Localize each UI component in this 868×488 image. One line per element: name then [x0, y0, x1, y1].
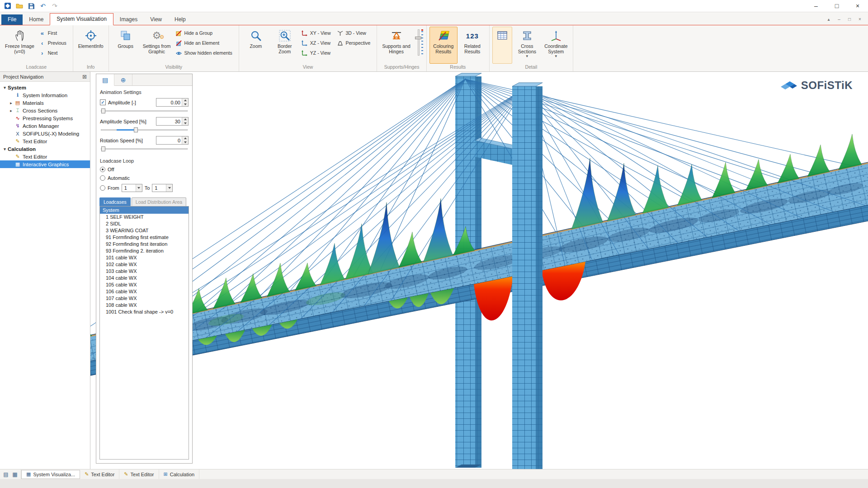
- spinner-up-icon[interactable]: [182, 117, 188, 122]
- loadcase-item-91-formfinding-first-estimate[interactable]: 91 Formfinding first estimate: [100, 234, 189, 241]
- hide-element-button[interactable]: Hide an Element: [174, 38, 236, 47]
- tree-item-system[interactable]: ▾System: [0, 84, 90, 91]
- viewport-3d[interactable]: SOFiSTiK: [90, 72, 868, 469]
- loadcase-item-103-cable-wx[interactable]: 103 cable WX: [100, 268, 189, 275]
- statusbar-tab-calculation[interactable]: ⊞Calculation: [159, 469, 200, 479]
- collapse-ribbon-icon[interactable]: ▴: [824, 15, 833, 23]
- settings-from-graphic-button[interactable]: ⚙⚙ Settings fromGraphic: [141, 27, 173, 64]
- tree-expander-icon[interactable]: ▸: [8, 101, 14, 105]
- mdi-restore-icon[interactable]: □: [845, 15, 854, 23]
- tree-item-action-manager[interactable]: ↯Action Manager: [0, 122, 90, 130]
- xz-view-button[interactable]: XZ - View: [300, 38, 335, 47]
- loadcase-item-104-cable-wx[interactable]: 104 cable WX: [100, 275, 189, 282]
- spinner-up-icon[interactable]: [182, 136, 188, 141]
- loadcase-item-105-cable-wx[interactable]: 105 cable WX: [100, 282, 189, 288]
- panel-close-icon[interactable]: ⊠: [82, 74, 87, 80]
- colouring-results-button[interactable]: ColouringResults: [429, 27, 458, 64]
- loadcase-item-107-cable-wx[interactable]: 107 cable WX: [100, 295, 189, 302]
- loadcase-item-1-self-weight[interactable]: 1 SELF WEIGHT: [100, 214, 189, 221]
- first-button[interactable]: «First: [38, 28, 70, 38]
- zoom-button[interactable]: Zoom: [242, 27, 270, 64]
- loadcase-item-101-cable-wx[interactable]: 101 cable WX: [100, 254, 189, 261]
- loadcase-item-108-cable-wx[interactable]: 108 cable WX: [100, 302, 189, 309]
- redo-icon[interactable]: ↷: [50, 1, 60, 10]
- loop-to-select[interactable]: 1: [152, 184, 173, 192]
- perspective-button[interactable]: Perspective: [335, 38, 374, 47]
- result-table-button[interactable]: [492, 27, 512, 64]
- statusbar-tab-text-editor[interactable]: ✎Text Editor: [80, 469, 119, 479]
- tab-view[interactable]: View: [144, 14, 168, 25]
- loadcase-item-92-formfinding-first-iteration[interactable]: 92 Formfinding first iteration: [100, 241, 189, 248]
- spinner-down-icon[interactable]: [182, 103, 188, 107]
- rotation-speed-slider[interactable]: [101, 146, 188, 152]
- mdi-minimize-icon[interactable]: –: [835, 15, 844, 23]
- tree-expander-icon[interactable]: ▾: [2, 147, 8, 151]
- window-layout-icon[interactable]: ▤: [1, 471, 10, 478]
- table-view-icon[interactable]: ▦: [10, 471, 19, 478]
- yz-view-button[interactable]: YZ - View: [300, 48, 335, 57]
- maximize-button[interactable]: □: [826, 0, 847, 12]
- save-icon[interactable]: [26, 1, 36, 10]
- tree-expander-icon[interactable]: ▾: [2, 85, 8, 90]
- tree-item-text-editor[interactable]: ✎Text Editor: [0, 137, 90, 145]
- coordinate-system-button[interactable]: CoordinateSystem▾: [542, 27, 570, 64]
- close-button[interactable]: ×: [847, 0, 868, 12]
- spinner-up-icon[interactable]: [182, 99, 188, 103]
- tab-home[interactable]: Home: [23, 14, 50, 25]
- tree-item-text-editor[interactable]: ✎Text Editor: [0, 153, 90, 160]
- loadcase-item-93-formfinding-2-iteration[interactable]: 93 Formfinding 2. iteration: [100, 248, 189, 254]
- tree-item-cross-sections[interactable]: ▸⌶Cross Sections: [0, 107, 90, 114]
- tab-help[interactable]: Help: [168, 14, 192, 25]
- mdi-close-icon[interactable]: ×: [855, 15, 864, 23]
- tree-expander-icon[interactable]: ▸: [8, 108, 14, 113]
- amplitude-speed-spinner[interactable]: 30: [156, 117, 189, 126]
- tree-item-calculation[interactable]: ▾Calculation: [0, 145, 90, 153]
- freeze-image-button[interactable]: Freeze Image(v=0): [3, 27, 37, 64]
- tab-file[interactable]: File: [1, 14, 23, 25]
- tree-item-materials[interactable]: ▸▤Materials: [0, 99, 90, 107]
- open-icon[interactable]: [14, 1, 24, 10]
- next-button[interactable]: ›Next: [38, 48, 70, 57]
- tab-system-visualization[interactable]: System Visualization: [50, 13, 113, 25]
- undo-icon[interactable]: ↶: [38, 1, 48, 10]
- loop-off-radio[interactable]: [100, 167, 105, 172]
- amplitude-speed-slider[interactable]: [101, 127, 188, 133]
- tab-images[interactable]: Images: [113, 14, 144, 25]
- tab-loadcases[interactable]: Loadcases: [99, 197, 131, 206]
- show-hidden-elements-button[interactable]: Show hidden elements: [174, 48, 236, 57]
- hide-group-button[interactable]: Hide a Group: [174, 28, 236, 38]
- tree-item-system-information[interactable]: ℹSystem Information: [0, 91, 90, 99]
- groups-button[interactable]: Groups: [112, 27, 140, 64]
- slider-handle[interactable]: [415, 37, 421, 39]
- loadcase-item-102-cable-wx[interactable]: 102 cable WX: [100, 261, 189, 268]
- loadcase-list-header[interactable]: System: [100, 206, 189, 214]
- loadcase-item-1001-check-final-shape-v-0[interactable]: 1001 Check final shape -> v=0: [100, 309, 189, 315]
- amplitude-slider[interactable]: [101, 108, 188, 114]
- statusbar-tab-system-visualiza[interactable]: ▦System Visualiza...: [21, 470, 80, 479]
- xy-view-button[interactable]: XY - View: [300, 28, 335, 38]
- rotation-speed-spinner[interactable]: 0: [156, 136, 189, 145]
- related-results-button[interactable]: 123 RelatedResults: [458, 27, 486, 64]
- tree-item-prestressing-systems[interactable]: ∿Prestressing Systems: [0, 114, 90, 122]
- loadcase-item-106-cable-wx[interactable]: 106 cable WX: [100, 288, 189, 295]
- panel-tab-globe[interactable]: ⊕: [114, 74, 132, 85]
- supports-and-hinges-button[interactable]: Supports andHinges: [380, 27, 412, 64]
- loadcase-item-3-wearing-coat[interactable]: 3 WEARING COAT: [100, 227, 189, 234]
- panel-tab-list[interactable]: ▤: [96, 74, 114, 86]
- tree-item-interactive-graphics[interactable]: ▦Interactive Graphics: [0, 160, 90, 168]
- loop-from-radio[interactable]: [100, 185, 105, 191]
- spinner-down-icon[interactable]: [182, 141, 188, 145]
- loop-automatic-radio[interactable]: [100, 175, 105, 181]
- amplitude-checkbox[interactable]: ✓: [100, 99, 106, 105]
- spinner-down-icon[interactable]: [182, 122, 188, 126]
- amplitude-spinner[interactable]: 0.00: [156, 98, 189, 107]
- 3d-view-button[interactable]: 3D - View: [335, 28, 374, 38]
- supports-size-slider[interactable]: [415, 29, 423, 64]
- tab-load-distribution-area[interactable]: Load Distribution Area: [132, 197, 186, 206]
- element-info-button[interactable]: ElementInfo: [76, 27, 106, 64]
- tree-item-sofiplus-x-modeling[interactable]: XSOFiPLUS(-X) Modeling: [0, 130, 90, 137]
- statusbar-tab-text-editor[interactable]: ✎Text Editor: [119, 469, 159, 479]
- cross-sections-button[interactable]: CrossSections▾: [513, 27, 541, 64]
- loop-from-select[interactable]: 1: [122, 184, 142, 192]
- loadcase-item-2-sidl[interactable]: 2 SIDL: [100, 221, 189, 227]
